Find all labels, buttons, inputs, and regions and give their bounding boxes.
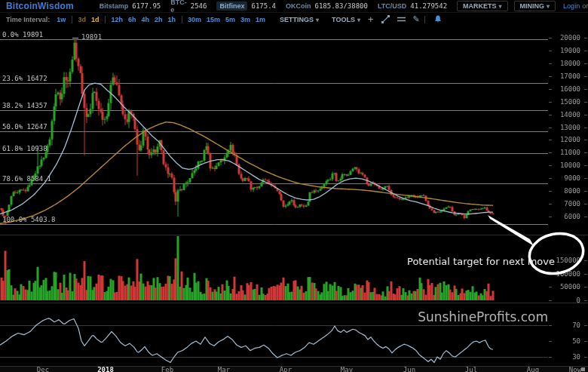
login-link[interactable]: Login xyxy=(563,2,580,10)
ticker-okcoin[interactable]: OKCoin6185.83/38800 xyxy=(286,2,368,10)
ticker-bar: BitcoinWisdom Bitstamp6177.95BTC-e2546Bi… xyxy=(0,0,588,13)
tools-dropdown[interactable]: TOOLS▾ xyxy=(332,16,360,23)
chevron-down-icon: ▾ xyxy=(357,17,360,23)
interval-15m[interactable]: 15m xyxy=(207,16,220,23)
ticker-bitstamp[interactable]: Bitstamp6177.95 xyxy=(100,2,161,10)
divider xyxy=(424,16,425,23)
header: BitcoinWisdom Bitstamp6177.95BTC-e2546Bi… xyxy=(0,0,588,26)
ticker-name[interactable]: BTC-e xyxy=(170,0,187,14)
interval-1h[interactable]: 1h xyxy=(167,16,176,23)
chevron-down-icon: ▾ xyxy=(316,17,319,23)
interval-1w[interactable]: 1w xyxy=(57,16,66,23)
ticker-name[interactable]: OKCoin xyxy=(286,2,311,10)
mining-button[interactable]: MINING▾ xyxy=(514,1,556,11)
time-interval-label: Time Interval: xyxy=(6,16,50,23)
chevron-down-icon: ▾ xyxy=(499,3,502,10)
divider xyxy=(105,16,106,23)
annotation-text: Potential target for next move xyxy=(407,256,555,267)
interval-2h[interactable]: 2h xyxy=(155,16,163,23)
divider xyxy=(182,16,182,23)
divider xyxy=(72,16,72,23)
interval-1d[interactable]: 1d xyxy=(91,16,100,23)
chevron-down-icon: ▾ xyxy=(547,3,550,10)
markets-button[interactable]: MARKETS▾ xyxy=(457,1,508,11)
brush-icon[interactable]: ✎ xyxy=(413,14,420,24)
ticker-price: 6177.95 xyxy=(132,2,161,10)
interval-30m[interactable]: 30m xyxy=(188,16,201,23)
axis-corner-icon[interactable] xyxy=(581,367,585,371)
ticker-btc-e[interactable]: BTC-e2546 xyxy=(170,0,207,14)
ticker-bitfinex[interactable]: Bitfinex6175.4 xyxy=(216,2,276,11)
exchange-tickers: Bitstamp6177.95BTC-e2546Bitfinex6175.4OK… xyxy=(100,0,457,14)
logo[interactable]: BitcoinWisdom xyxy=(6,1,74,11)
ticker-name[interactable]: Bitfinex xyxy=(216,2,247,11)
interval-3d[interactable]: 3d xyxy=(78,16,86,23)
interval-buttons: 1w3d1d12h6h4h2h1h30m15m5m3m1m xyxy=(57,16,271,23)
watermark: SunshineProfits.com xyxy=(418,309,548,324)
ticker-price: 6185.83/38800 xyxy=(315,2,368,10)
alert-bell-icon[interactable] xyxy=(434,15,442,23)
ticker-ltc/usd[interactable]: LTC/USD41.279542 xyxy=(378,2,447,10)
bitcoinwisdom-chart-page: 2000019000180001700016000150001400013000… xyxy=(0,0,588,372)
horizontal-lines-icon[interactable] xyxy=(397,15,406,23)
ticker-price: 41.279542 xyxy=(410,2,447,10)
interval-1m[interactable]: 1m xyxy=(256,16,265,23)
ticker-name[interactable]: Bitstamp xyxy=(100,2,129,10)
ticker-price: 6175.4 xyxy=(251,2,276,10)
interval-4h[interactable]: 4h xyxy=(141,16,149,23)
interval-5m[interactable]: 5m xyxy=(225,16,235,23)
interval-3m[interactable]: 3m xyxy=(240,16,250,23)
interval-6h[interactable]: 6h xyxy=(128,16,136,23)
toolbar: Time Interval: 1w3d1d12h6h4h2h1h30m15m5m… xyxy=(0,13,588,26)
plus-icon[interactable]: + xyxy=(368,14,374,25)
auth-links: LoginorRegister xyxy=(563,2,588,10)
or-text: or xyxy=(582,2,588,10)
trendline-icon[interactable] xyxy=(381,15,390,23)
ticker-name[interactable]: LTC/USD xyxy=(378,2,406,10)
settings-dropdown[interactable]: SETTINGS▾ xyxy=(280,16,319,23)
interval-12h[interactable]: 12h xyxy=(111,16,123,23)
ticker-price: 2546 xyxy=(191,2,207,10)
